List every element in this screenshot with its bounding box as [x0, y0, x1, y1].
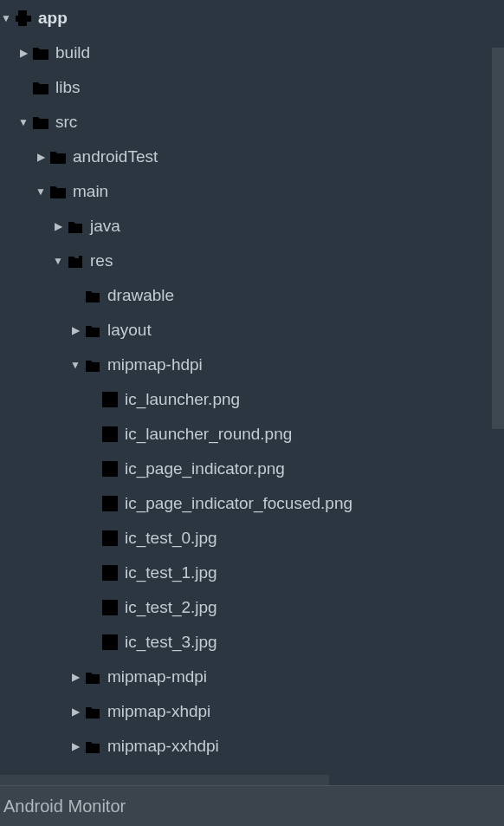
tree-label: drawable	[107, 286, 174, 305]
image-file-icon	[100, 459, 120, 478]
tree-label: app	[38, 9, 68, 28]
tree-label: mipmap-xxhdpi	[107, 737, 219, 756]
folder-icon	[48, 182, 68, 201]
resource-folder-icon	[83, 737, 102, 756]
chevron-right-icon: ▶	[52, 220, 64, 232]
image-file-icon	[100, 563, 120, 582]
chevron-right-icon: ▶	[69, 706, 81, 718]
chevron-right-icon: ▶	[69, 740, 81, 752]
tree-node-mipmap-xhdpi[interactable]: ▶ mipmap-xhdpi	[0, 693, 504, 728]
chevron-right-icon: ▶	[35, 151, 47, 163]
tree-label: androidTest	[73, 147, 158, 166]
tree-label: ic_page_indicator_focused.png	[125, 494, 352, 513]
tree-label: res	[90, 251, 113, 270]
tree-node-res[interactable]: ▼ res	[0, 243, 504, 277]
tree-label: ic_launcher_round.png	[125, 425, 292, 444]
tree-node-file[interactable]: ▶ ic_test_0.jpg	[0, 520, 504, 555]
tree-label: ic_page_indicator.png	[125, 459, 285, 478]
tree-node-mipmap-hdpi[interactable]: ▼ mipmap-hdpi	[0, 347, 504, 381]
tree-node-build[interactable]: ▶ build	[0, 35, 504, 69]
tree-label: layout	[107, 321, 152, 340]
tool-window-tab-android-monitor[interactable]: Android Monitor	[0, 785, 504, 826]
chevron-right-icon: ▶	[69, 324, 81, 336]
image-file-icon	[100, 390, 120, 409]
tree-node-file[interactable]: ▶ ic_test_1.jpg	[0, 555, 504, 589]
tree-label: mipmap-hdpi	[107, 355, 203, 374]
tree-node-mipmap-mdpi[interactable]: ▶ mipmap-mdpi	[0, 659, 504, 693]
tree-node-file[interactable]: ▶ ic_launcher_round.png	[0, 416, 504, 451]
resource-folder-icon	[83, 667, 102, 686]
tree-node-file[interactable]: ▶ ic_test_3.jpg	[0, 624, 504, 659]
resource-folder-icon	[83, 702, 102, 721]
scrollbar-thumb[interactable]	[492, 48, 504, 429]
package-folder-icon	[66, 217, 85, 236]
tree-label: ic_test_1.jpg	[125, 563, 217, 582]
image-file-icon	[100, 494, 120, 513]
chevron-right-icon: ▶	[17, 47, 29, 59]
tree-node-java[interactable]: ▶ java	[0, 208, 504, 243]
tree-label: java	[90, 217, 120, 236]
tree-label: ic_test_2.jpg	[125, 598, 217, 617]
project-tree[interactable]: ▼ app ▶ build ▶ libs ▼ src ▶ androidTest…	[0, 0, 504, 826]
tree-node-file[interactable]: ▶ ic_launcher.png	[0, 381, 504, 416]
tree-label: src	[55, 113, 77, 132]
resource-folder-icon	[83, 286, 102, 305]
tree-node-layout[interactable]: ▶ layout	[0, 312, 504, 347]
chevron-down-icon: ▼	[0, 12, 12, 24]
tree-node-src[interactable]: ▼ src	[0, 104, 504, 139]
module-icon	[14, 9, 33, 28]
folder-icon	[31, 78, 50, 97]
chevron-down-icon: ▼	[35, 185, 47, 198]
folder-icon	[48, 147, 68, 166]
folder-icon	[31, 43, 50, 62]
tab-label: Android Monitor	[3, 797, 126, 816]
tree-label: ic_test_0.jpg	[125, 529, 217, 548]
horizontal-scrollbar[interactable]	[0, 775, 329, 785]
tree-node-file[interactable]: ▶ ic_test_2.jpg	[0, 589, 504, 624]
chevron-down-icon: ▼	[17, 116, 29, 128]
tree-node-libs[interactable]: ▶ libs	[0, 69, 504, 104]
image-file-icon	[100, 633, 120, 652]
tree-node-app[interactable]: ▼ app	[0, 0, 504, 35]
image-file-icon	[100, 425, 120, 444]
resource-folder-icon	[83, 321, 102, 340]
tree-node-main[interactable]: ▼ main	[0, 173, 504, 208]
tree-label: libs	[55, 78, 81, 97]
image-file-icon	[100, 598, 120, 617]
image-file-icon	[100, 529, 120, 548]
chevron-down-icon: ▼	[69, 359, 81, 371]
tree-node-file[interactable]: ▶ ic_page_indicator.png	[0, 451, 504, 485]
tree-label: ic_test_3.jpg	[125, 633, 217, 652]
folder-icon	[31, 113, 50, 132]
tree-label: ic_launcher.png	[125, 390, 240, 409]
chevron-right-icon: ▶	[69, 671, 81, 683]
resource-folder-icon	[83, 355, 102, 374]
tree-node-drawable[interactable]: ▶ drawable	[0, 277, 504, 312]
tree-node-androidtest[interactable]: ▶ androidTest	[0, 139, 504, 173]
tree-label: mipmap-xhdpi	[107, 702, 210, 721]
res-folder-icon	[66, 251, 85, 270]
tree-label: mipmap-mdpi	[107, 667, 207, 686]
chevron-down-icon: ▼	[52, 255, 64, 267]
tree-node-mipmap-xxhdpi[interactable]: ▶ mipmap-xxhdpi	[0, 728, 504, 763]
tree-node-file[interactable]: ▶ ic_page_indicator_focused.png	[0, 485, 504, 520]
tree-label: build	[55, 43, 90, 62]
vertical-scrollbar[interactable]	[492, 0, 504, 785]
tree-label: main	[73, 182, 108, 201]
